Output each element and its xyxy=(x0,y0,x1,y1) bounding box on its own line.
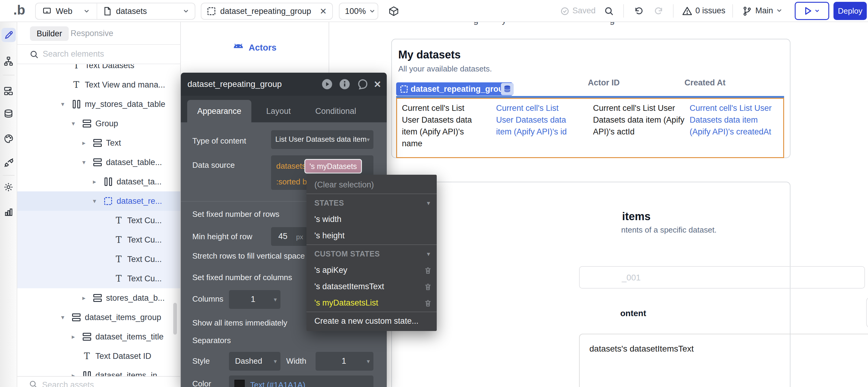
dropdown-item[interactable]: Create a new custom state... ▾ xyxy=(307,313,437,329)
selected-element-badge[interactable]: dataset_repeating_group xyxy=(396,83,513,96)
tree-item[interactable]: ▸ T stores_data_b... xyxy=(17,288,180,308)
tree-caret-icon[interactable]: ▾ xyxy=(89,197,100,205)
deploy-button[interactable]: Deploy xyxy=(834,2,867,20)
property-editor-header[interactable]: dataset_repeating_group ✕ xyxy=(181,73,387,96)
dropdown-item[interactable]: 's datasetItemsText ▾ xyxy=(307,278,437,295)
dropdown-item[interactable]: 's apiKey ▾ xyxy=(307,262,437,278)
close-icon[interactable]: ✕ xyxy=(320,6,327,17)
download-csv-button[interactable]: Download as CSV xyxy=(866,297,868,328)
bar-chart-icon[interactable] xyxy=(3,207,13,217)
repeating-group-selection[interactable]: Current cell's List User Datasets data i… xyxy=(396,98,784,158)
chevron-down-icon[interactable] xyxy=(83,9,90,13)
tree-item[interactable]: T Text Dataset ID xyxy=(17,347,180,366)
dropdown-item[interactable]: 's myDatasetsList ▾ xyxy=(307,295,437,311)
run-icon[interactable] xyxy=(321,78,333,90)
tree-item[interactable]: T Text Cu... xyxy=(17,230,180,250)
search-icon[interactable] xyxy=(604,6,614,17)
tree-item[interactable]: ▾ T Group xyxy=(17,114,180,133)
trash-icon[interactable] xyxy=(424,283,432,291)
tree-item[interactable]: ▸ T dataset_ta... xyxy=(17,172,180,191)
plug-icon[interactable] xyxy=(3,157,14,168)
chevron-down-icon[interactable] xyxy=(183,9,189,13)
search-elements-bar[interactable]: Search elements xyxy=(17,45,180,64)
dataset-id-input[interactable]: _001 xyxy=(579,266,865,289)
tree-caret-icon[interactable]: ▾ xyxy=(58,100,68,108)
chevron-down-icon[interactable]: ▾ xyxy=(427,251,430,257)
redo-icon[interactable] xyxy=(654,6,664,17)
chevron-down-icon[interactable] xyxy=(776,8,783,13)
branch-name[interactable]: Main xyxy=(755,6,773,15)
tree-item[interactable]: T Text Cu... xyxy=(17,250,180,269)
search-assets-bar[interactable]: Search assets xyxy=(17,376,180,387)
type-of-content-dropdown[interactable]: List User Datasets data item ▾ xyxy=(271,130,373,149)
dropdown-item[interactable]: STATES ▾ xyxy=(307,195,437,211)
separator-width-dropdown[interactable]: 1 ▾ xyxy=(316,352,373,370)
tree-item[interactable]: ▾ T my_stores_data_table xyxy=(17,95,180,114)
tab-conditional[interactable]: Conditional xyxy=(315,106,356,116)
table-cell[interactable]: Current cell's List User Datasets data i… xyxy=(496,102,593,157)
dropdown-item[interactable]: (Clear selection) ▾ xyxy=(307,176,437,193)
columns-dropdown[interactable]: 1 ▾ xyxy=(229,290,280,309)
tree-item[interactable]: T Text Cu... xyxy=(17,211,180,230)
tree-caret-icon[interactable]: ▸ xyxy=(68,372,79,376)
expression-chip[interactable]: 's myDatasets xyxy=(304,159,362,173)
dropdown-item[interactable]: ▾ xyxy=(307,245,437,245)
tree-item[interactable]: T Text Cu... xyxy=(17,269,180,288)
bubble-logo[interactable]: .b xyxy=(13,2,25,18)
issues-count[interactable]: 0 issues xyxy=(695,6,725,15)
page-label[interactable]: datasets xyxy=(116,7,147,16)
components-icon[interactable] xyxy=(3,86,13,96)
component-cube-icon[interactable] xyxy=(388,6,399,17)
tab-builder[interactable]: Builder xyxy=(30,26,69,41)
table-cell[interactable]: Current cell's List User Datasets data i… xyxy=(593,102,690,157)
zoom-selector[interactable]: 100% xyxy=(339,3,378,20)
tab-appearance[interactable]: Appearance xyxy=(187,100,251,122)
tree-item[interactable]: ▸ T Text xyxy=(17,133,180,153)
info-icon[interactable] xyxy=(339,78,351,90)
chevron-down-icon[interactable]: ▾ xyxy=(427,199,430,206)
dropdown-item[interactable]: 's width ▾ xyxy=(307,211,437,227)
tree-caret-icon[interactable]: ▸ xyxy=(79,139,89,147)
actors-nav-item[interactable]: Actors xyxy=(233,43,277,53)
tab-layout[interactable]: Layout xyxy=(266,106,291,116)
tree-item[interactable]: ▸ T dataset_items_in... xyxy=(17,366,180,376)
trash-icon[interactable] xyxy=(424,299,432,308)
dropdown-item[interactable]: CUSTOM STATES ▾ xyxy=(307,246,437,262)
tree-caret-icon[interactable]: ▸ xyxy=(89,178,100,185)
comment-icon[interactable] xyxy=(356,78,368,90)
close-icon[interactable]: ✕ xyxy=(374,79,381,90)
tree-caret-icon[interactable]: ▾ xyxy=(58,314,68,321)
tree-item[interactable]: ▸ T dataset_items_title xyxy=(17,327,180,347)
database-icon[interactable] xyxy=(3,109,13,120)
dropdown-item[interactable]: 's height ▾ xyxy=(307,227,437,244)
dropdown-item[interactable]: ▾ xyxy=(307,312,437,312)
sitemap-icon[interactable] xyxy=(3,56,13,66)
gear-icon[interactable] xyxy=(3,182,13,192)
mode-label[interactable]: Web xyxy=(56,7,72,16)
tree-caret-icon[interactable]: ▾ xyxy=(79,159,89,166)
tree-item[interactable]: ▾ T dataset_table... xyxy=(17,153,180,172)
tree-caret-icon[interactable]: ▾ xyxy=(68,120,79,127)
element-tab[interactable]: dataset_repeating_group ✕ xyxy=(201,3,333,20)
tree-item[interactable]: T Text View and mana... xyxy=(17,75,180,95)
undo-icon[interactable] xyxy=(633,6,644,17)
dropdown-item[interactable]: ▾ xyxy=(307,193,437,194)
tree-caret-icon[interactable]: ▸ xyxy=(79,294,89,301)
table-cell[interactable]: Current cell's List User Datasets data i… xyxy=(690,102,783,157)
data-source-chip[interactable] xyxy=(501,83,514,95)
table-cell[interactable]: Current cell's List User Datasets data i… xyxy=(402,102,496,157)
trash-icon[interactable] xyxy=(424,266,432,275)
dataset-content-box[interactable]: datasets's datasetItemsText xyxy=(579,334,868,387)
tab-responsive[interactable]: Responsive xyxy=(70,29,113,38)
separator-style-dropdown[interactable]: Dashed ▾ xyxy=(229,352,280,370)
tree-scrollbar[interactable] xyxy=(173,303,177,334)
tree-item[interactable]: ▾ T dataset_re... xyxy=(17,191,180,211)
separator-color-picker[interactable]: Text (#1A1A1A) xyxy=(229,376,373,387)
tree-item[interactable]: ▾ T dataset_items_group xyxy=(17,308,180,327)
min-height-input[interactable]: 45 px xyxy=(271,227,307,246)
palette-icon[interactable] xyxy=(3,133,14,144)
sidebar-item-design[interactable] xyxy=(1,28,16,42)
tree-caret-icon[interactable]: ▸ xyxy=(68,333,79,341)
preview-button[interactable] xyxy=(795,2,829,20)
tree-item[interactable]: T Text Datasets xyxy=(17,64,180,75)
